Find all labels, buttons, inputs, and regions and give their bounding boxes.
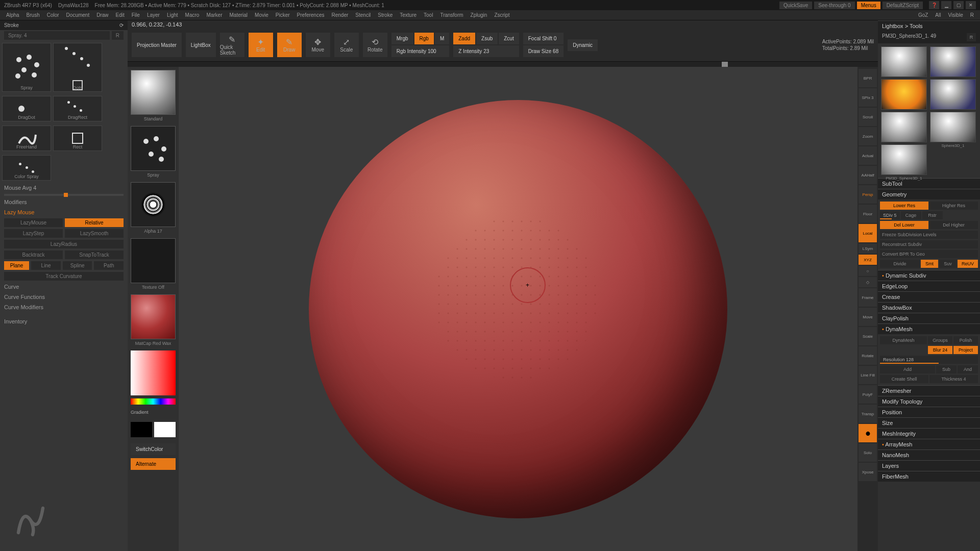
z-intensity-slider[interactable]: Z Intensity 23 (453, 45, 519, 57)
timeline-bar[interactable] (128, 62, 878, 67)
lazymouse-toggle[interactable]: LazyMouse (4, 218, 63, 227)
zoom-button[interactable]: Zoom (859, 127, 877, 145)
goz-all-button[interactable]: All (933, 11, 943, 19)
y-button[interactable]: ○ (859, 266, 877, 276)
transp-button[interactable]: Transp (859, 405, 877, 423)
ghost-button[interactable]: ⬤ (859, 424, 877, 442)
lightbox-tools-header[interactable]: Lightbox > Tools (878, 20, 980, 31)
m-button[interactable]: M (435, 33, 449, 44)
menu-document[interactable]: Document (64, 11, 92, 19)
spherebrush-thumb[interactable]: SphereBrush (881, 46, 927, 77)
hue-slider[interactable] (131, 398, 176, 405)
goz-r-button[interactable]: R (968, 11, 976, 19)
simplebrush-thumb[interactable]: SimpleBrush (881, 79, 927, 110)
menu-alpha[interactable]: Alpha (4, 11, 21, 19)
crease-header[interactable]: Crease (878, 291, 980, 302)
menu-stroke[interactable]: Stroke (376, 11, 395, 19)
menu-picker[interactable]: Picker (274, 11, 292, 19)
switchcolor-button[interactable]: SwitchColor (131, 443, 176, 455)
scroll-button[interactable]: Scroll (859, 108, 877, 126)
track-line[interactable]: Line (31, 261, 61, 270)
stroke-dragdot[interactable]: DragDot (2, 96, 51, 121)
maximize-button[interactable]: ▢ (953, 1, 964, 9)
menu-movie[interactable]: Movie (253, 11, 271, 19)
edit-mode-button[interactable]: ✦Edit (249, 33, 273, 57)
solo-button[interactable]: Solo (859, 443, 877, 462)
menu-render[interactable]: Render (330, 11, 351, 19)
dellower-button[interactable]: Del Lower (880, 221, 928, 229)
blur-slider[interactable]: Blur 24 (928, 346, 952, 354)
modifiers-header[interactable]: Modifiers (0, 197, 128, 207)
stroke-r-button[interactable]: R (112, 31, 124, 40)
stroke-dragrect[interactable]: DragRect (53, 96, 102, 121)
polyf-button[interactable]: PolyF (859, 385, 877, 404)
rstr-button[interactable]: Rstr (922, 211, 943, 219)
color-picker[interactable] (131, 350, 176, 395)
xyz-button[interactable]: XYZ (859, 255, 877, 265)
black-swatch[interactable] (131, 422, 152, 437)
brush-thumb[interactable]: Standard (131, 70, 176, 115)
smt-button[interactable]: Smt (921, 260, 938, 268)
dynamic-button[interactable]: Dynamic (568, 39, 598, 51)
alternate-button[interactable]: Alternate (131, 458, 176, 470)
zsub-button[interactable]: Zsub (476, 33, 498, 44)
white-swatch[interactable] (154, 422, 176, 437)
close-button[interactable]: ✕ (966, 1, 976, 9)
fibermesh-header[interactable]: FiberMesh (878, 471, 980, 482)
higherres-button[interactable]: Higher Res (929, 202, 978, 210)
stroke-thumb[interactable]: Spray (131, 126, 176, 171)
rgb-intensity-slider[interactable]: Rgb Intensity 100 (391, 45, 450, 57)
alphabrush-thumb[interactable]: AlphaBrush (930, 46, 976, 77)
eraserbrush-thumb[interactable]: EraserBrush (930, 79, 976, 110)
lazystep-slider[interactable]: LazyStep (4, 229, 63, 238)
project-button[interactable]: Project (953, 346, 978, 354)
menu-stencil[interactable]: Stencil (353, 11, 373, 19)
menu-zscript[interactable]: Zscript (492, 11, 511, 19)
texture-thumb[interactable]: Texture Off (131, 238, 176, 283)
menu-color[interactable]: Color (45, 11, 61, 19)
rgb-button[interactable]: Rgb (414, 33, 434, 44)
cage-button[interactable]: Cage (901, 211, 921, 219)
mouseavg-slider[interactable]: Mouse Avg 4 (0, 183, 128, 193)
inventory-header[interactable]: Inventory (0, 316, 128, 327)
menu-brush[interactable]: Brush (24, 11, 42, 19)
menu-texture[interactable]: Texture (398, 11, 419, 19)
lazyradius-slider[interactable]: LazyRadius (4, 240, 124, 248)
zremesher-header[interactable]: ZRemesher (878, 385, 980, 396)
floor-button[interactable]: Floor (859, 205, 877, 223)
reconstruct-button[interactable]: Reconstruct Subdiv (880, 240, 978, 248)
draw-size-slider[interactable]: Draw Size 68 (523, 45, 564, 57)
lazysmooth-slider[interactable]: LazySmooth (65, 229, 124, 238)
lowerres-button[interactable]: Lower Res (880, 202, 928, 210)
scale-mode-button[interactable]: ⤢Scale (334, 33, 359, 57)
frame-button[interactable]: Frame (859, 288, 877, 307)
menu-layer[interactable]: Layer (145, 11, 162, 19)
relative-toggle[interactable]: Relative (65, 218, 124, 227)
lightbox-button[interactable]: LightBox (186, 33, 216, 57)
persp-button[interactable]: Persp (859, 185, 877, 204)
zadd-button[interactable]: Zadd (453, 33, 475, 44)
menu-draw[interactable]: Draw (94, 11, 110, 19)
menu-macro[interactable]: Macro (183, 11, 202, 19)
lazymouse-header[interactable]: Lazy Mouse (0, 207, 128, 217)
polish-button[interactable]: Polish (953, 336, 978, 344)
quicksketch-button[interactable]: ✎Quick Sketch (220, 33, 244, 57)
thickness-slider[interactable]: Thickness 4 (929, 375, 978, 383)
menu-tool[interactable]: Tool (422, 11, 435, 19)
edgeloop-header[interactable]: EdgeLoop (878, 281, 980, 291)
quicksave-button[interactable]: QuickSave (779, 2, 812, 9)
menu-transform[interactable]: Transform (438, 11, 465, 19)
sphere3d1-thumb[interactable]: Sphere3D_1 (930, 112, 976, 142)
reuv-button[interactable]: ReUV (958, 260, 978, 268)
suv-button[interactable]: Suv (939, 260, 957, 268)
size-header[interactable]: Size (878, 417, 980, 428)
createshell-button[interactable]: Create Shell (880, 375, 928, 383)
menu-marker[interactable]: Marker (204, 11, 224, 19)
track-path[interactable]: Path (94, 261, 124, 270)
resolution-slider[interactable]: Resolution 128 (880, 356, 978, 364)
snaptrack-toggle[interactable]: SnapToTrack (65, 251, 124, 259)
zcut-button[interactable]: Zcut (499, 33, 519, 44)
backtrack-toggle[interactable]: Backtrack (4, 251, 63, 259)
sub-button[interactable]: Sub (936, 365, 957, 373)
linefill-button[interactable]: Line Fill (859, 366, 877, 384)
